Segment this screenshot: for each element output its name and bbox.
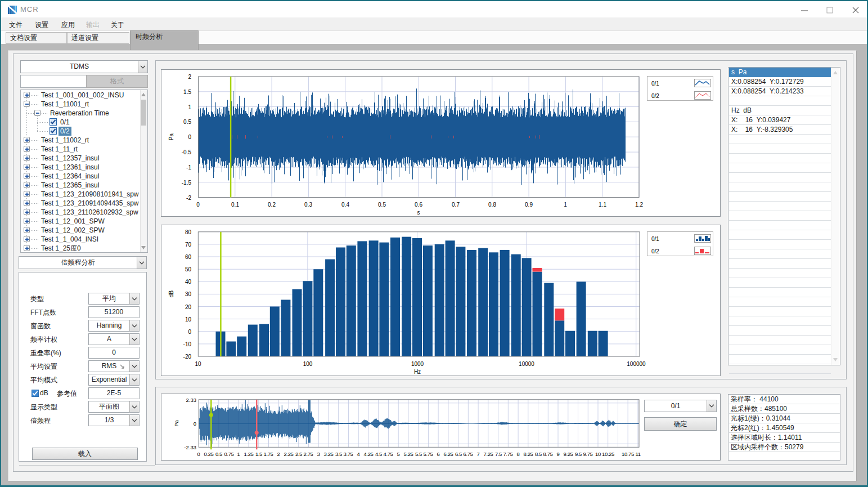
svg-text:80: 80 [185,229,192,235]
svg-text:3: 3 [317,451,320,457]
svg-text:10.25: 10.25 [602,451,614,457]
svg-text:2: 2 [277,451,280,457]
svg-text:30: 30 [185,291,192,297]
svg-text:7.5: 7.5 [495,451,502,457]
svg-text:60: 60 [185,254,192,260]
svg-text:8.5: 8.5 [535,451,542,457]
svg-text:9: 9 [557,451,560,457]
svg-text:9.75: 9.75 [583,451,593,457]
svg-text:9.25: 9.25 [564,451,573,457]
svg-text:-1: -1 [186,164,191,171]
svg-text:0.2: 0.2 [268,202,276,208]
svg-text:2.25: 2.25 [284,451,294,457]
svg-text:40: 40 [185,279,192,285]
svg-text:1.2: 1.2 [635,202,643,208]
svg-text:11: 11 [635,451,640,457]
svg-text:1.5: 1.5 [183,89,191,95]
svg-text:8.25: 8.25 [524,451,533,457]
svg-text:10: 10 [595,451,601,457]
svg-text:4.25: 4.25 [364,451,374,457]
svg-text:0.8: 0.8 [488,202,496,208]
svg-text:1.25: 1.25 [244,451,254,457]
svg-text:2.75: 2.75 [304,451,313,457]
svg-text:0.4: 0.4 [341,202,349,208]
svg-text:6: 6 [437,451,440,457]
svg-text:-20: -20 [183,354,192,360]
svg-text:-0.5: -0.5 [182,149,192,155]
svg-text:10.75: 10.75 [622,451,634,457]
svg-text:10: 10 [195,361,201,367]
svg-text:0.1: 0.1 [231,202,239,208]
svg-text:10000: 10000 [519,361,534,367]
svg-text:4.5: 4.5 [375,451,382,457]
svg-text:5.5: 5.5 [415,451,422,457]
svg-text:0/1: 0/1 [651,236,659,242]
svg-text:2.5: 2.5 [295,451,302,457]
svg-text:50: 50 [185,266,192,272]
svg-text:10: 10 [185,316,192,323]
svg-text:9.5: 9.5 [575,451,582,457]
svg-text:1: 1 [188,104,191,110]
svg-text:0/1: 0/1 [651,81,659,87]
svg-text:s: s [417,209,420,216]
svg-text:-10: -10 [183,341,192,347]
svg-text:dB: dB [168,291,174,298]
svg-text:6.25: 6.25 [444,451,453,457]
svg-text:100: 100 [303,361,313,367]
svg-text:0.6: 0.6 [415,202,422,208]
svg-text:20: 20 [185,304,192,310]
svg-text:0/2: 0/2 [651,248,659,254]
svg-text:0.5: 0.5 [183,119,191,125]
svg-text:6.75: 6.75 [464,451,473,457]
svg-text:7.75: 7.75 [503,451,513,457]
svg-text:Pa: Pa [173,419,179,426]
svg-text:8: 8 [517,451,520,457]
svg-text:7.25: 7.25 [484,451,493,457]
svg-text:1.75: 1.75 [264,451,273,457]
svg-text:0.3: 0.3 [304,202,312,208]
svg-text:Pa: Pa [168,133,174,140]
svg-text:2.33: 2.33 [186,397,197,403]
svg-text:4.75: 4.75 [384,451,393,457]
svg-text:2: 2 [188,74,191,80]
svg-text:0.5: 0.5 [215,451,222,457]
svg-text:-2.33: -2.33 [184,444,196,450]
svg-text:3.25: 3.25 [324,451,334,457]
svg-text:0: 0 [196,202,200,208]
svg-text:0.7: 0.7 [452,202,460,208]
svg-text:0.9: 0.9 [525,202,533,208]
svg-text:5.75: 5.75 [424,451,433,457]
svg-text:5: 5 [397,451,400,457]
svg-text:3.75: 3.75 [344,451,353,457]
svg-text:6.5: 6.5 [455,451,462,457]
svg-text:0.75: 0.75 [224,451,234,457]
svg-text:Hz: Hz [414,369,421,375]
svg-text:7: 7 [477,451,480,457]
svg-text:-1.5: -1.5 [182,180,192,186]
svg-text:0: 0 [188,134,191,140]
svg-text:-2: -2 [186,195,191,201]
svg-text:1.1: 1.1 [599,202,606,208]
svg-text:0: 0 [194,421,196,427]
svg-text:0.25: 0.25 [204,451,214,457]
svg-text:1: 1 [564,202,567,208]
svg-text:100000: 100000 [627,361,646,367]
svg-text:1000: 1000 [411,361,424,367]
svg-text:0/2: 0/2 [651,93,659,99]
svg-text:0.5: 0.5 [378,202,386,208]
svg-text:1: 1 [237,451,240,457]
svg-text:5.25: 5.25 [404,451,413,457]
svg-text:70: 70 [185,242,192,248]
svg-text:1.5: 1.5 [255,451,262,457]
svg-text:0: 0 [197,451,200,457]
svg-text:8.75: 8.75 [543,451,553,457]
svg-text:0: 0 [188,329,191,335]
svg-text:4: 4 [357,451,360,457]
svg-text:3.5: 3.5 [335,451,342,457]
